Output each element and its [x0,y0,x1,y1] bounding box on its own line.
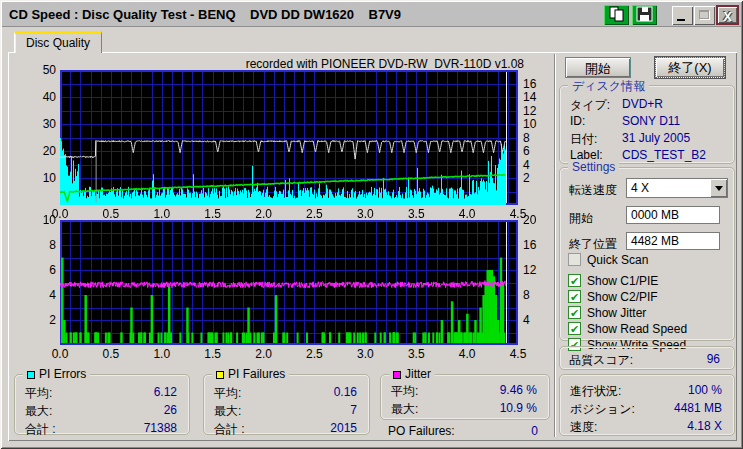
checkmark-icon[interactable]: ✔ [568,322,581,335]
axis-tick-label: 4 [523,313,549,327]
checkmark-icon[interactable]: ✔ [568,290,581,303]
stat-row: 最大:7 [214,403,359,419]
stat-row-label: 平均: [25,385,52,402]
stat-row: 進行状況:100 % [570,383,724,399]
po-failures-value: 0 [508,424,538,438]
panel-divider [554,54,556,437]
axis-tick-label: 2 [523,171,549,185]
window-title: CD Speed : Disc Quality Test - BENQ DVD … [9,7,401,22]
stat-row: 合計 :2015 [214,421,359,437]
axis-tick-label: 8 [523,131,549,145]
checkbox-empty[interactable] [568,253,581,266]
copy-icon[interactable] [604,5,629,25]
axis-tick-label: 1.5 [198,347,228,361]
checkbox-label: Show Jitter [587,306,646,320]
jitter-title: Jitter [389,367,435,381]
stat-row-value: 4.18 X [687,419,722,433]
stat-row-value: 6.12 [154,385,177,399]
axis-tick-label: 6 [523,144,549,158]
close-button[interactable]: X [716,5,739,25]
axis-tick-label: 0.5 [96,207,126,221]
axis-tick-label: 16 [523,77,549,91]
stat-row-value: 10.9 % [500,401,537,415]
save-icon[interactable] [632,5,657,25]
stat-row-label: 平均: [214,385,241,402]
checkbox-label: Show Read Speed [587,322,687,336]
stat-row: 平均:9.46 % [391,383,539,399]
stat-row-value: 9.46 % [500,383,537,397]
axis-tick-label: 4.0 [452,207,482,221]
stat-row: 平均:0.16 [214,385,359,401]
stat-row: 最大:10.9 % [391,401,539,417]
axis-tick-label: 30 [34,117,56,131]
checkbox-label: Quick Scan [587,253,648,267]
stop-button[interactable]: 終了(X) [655,57,725,78]
stat-row-label: 最大: [25,403,52,420]
stat-row-value: 4481 MB [674,401,722,415]
po-failures-label: PO Failures: [388,424,455,438]
stat-row-label: 合計 : [25,421,56,438]
axis-tick-label: 4 [523,158,549,172]
stat-row-label: 最大: [391,401,418,418]
minimize-button[interactable] [672,6,693,25]
pi-failures-box: PI Failures 平均:0.16最大:7合計 :2015 [203,374,370,435]
tab-disc-quality[interactable]: Disc Quality [14,31,102,53]
disc-info-label: 日付: [570,131,597,148]
axis-tick-label: 10 [34,171,56,185]
combobox-dropdown-button[interactable] [710,179,727,197]
checkmark-icon[interactable]: ✔ [568,274,581,287]
end-pos-input[interactable]: 4482 MB [626,232,720,250]
start-button[interactable]: 開始 [565,57,631,78]
speed-combobox[interactable]: 4 X [626,178,728,198]
checkbox-label: Show C2/PIF [587,290,658,304]
axis-tick-label: 3.5 [401,347,431,361]
axis-tick-label: 4 [34,288,56,302]
pi-failures-title: PI Failures [212,367,289,381]
app-window: CD Speed : Disc Quality Test - BENQ DVD … [0,0,743,449]
stat-row-label: 合計 : [214,421,245,438]
disc-info-box: ディスク情報 タイプ:DVD+RID:SONY D11日付:31 July 20… [559,85,735,164]
axis-tick-label: 3.0 [350,347,380,361]
jitter-legend-swatch [393,371,401,379]
pi-failures-legend-swatch [216,371,224,379]
chevron-down-icon [715,186,723,195]
stat-row: 平均:6.12 [25,385,179,401]
axis-tick-label: 2.0 [249,347,279,361]
axis-tick-label: 4.5 [503,347,533,361]
stat-row-value: 71388 [144,421,177,435]
close-icon: X [723,9,732,24]
disc-info-value: 31 July 2005 [622,131,690,145]
axis-tick-label: 2.0 [249,207,279,221]
axis-tick-label: 10 [523,117,549,131]
pie-speed-chart [60,70,518,205]
stat-row-label: 最大: [214,403,241,420]
axis-tick-label: 10 [34,213,56,227]
axis-tick-label: 8 [523,288,549,302]
recorded-with-label: recorded with PIONEER DVD-RW DVR-110D v1… [246,57,524,71]
tab-label: Disc Quality [26,36,90,50]
axis-tick-label: 3.0 [350,207,380,221]
stat-row-value: 0.16 [334,385,357,399]
axis-tick-label: 14 [523,90,549,104]
start-pos-label: 開始 [569,210,593,227]
jitter-box: Jitter 平均:9.46 %最大:10.9 % [380,374,550,420]
stat-row-value: 100 % [688,383,722,397]
quality-score-box: 品質スコア: 96 [559,346,735,370]
end-pos-label: 終了位置 [569,236,617,253]
disc-info-label: タイプ: [570,97,610,114]
stat-row-value: 26 [164,403,177,417]
titlebar[interactable]: CD Speed : Disc Quality Test - BENQ DVD … [2,2,741,27]
quality-score-value: 96 [707,352,720,366]
maximize-button[interactable] [694,6,715,25]
start-pos-input[interactable]: 0000 MB [626,206,720,224]
disc-info-row: 日付:31 July 2005 [570,131,724,147]
axis-tick-label: 0.0 [45,347,75,361]
axis-tick-label: 16 [523,238,549,252]
axis-tick-label: 3.5 [401,207,431,221]
checkmark-icon[interactable]: ✔ [568,306,581,319]
speed-label: 転送速度 [569,182,617,199]
stat-row-value: 7 [350,403,357,417]
axis-tick-label: 2 [34,313,56,327]
axis-tick-label: 50 [34,63,56,77]
stat-row: 最大:26 [25,403,179,419]
